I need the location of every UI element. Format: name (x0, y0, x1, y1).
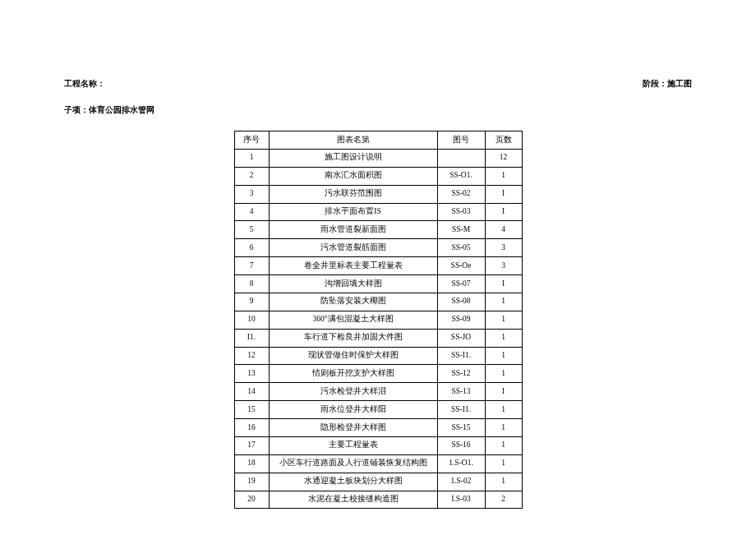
col-header-pages: 页数 (485, 131, 522, 150)
cell-name: 污水联芬范围图 (269, 185, 437, 203)
cell-seq: 8 (234, 275, 269, 293)
cell-seq: 20 (234, 491, 269, 509)
cell-name: 情则板开挖支护大样图 (269, 365, 437, 383)
table-row: 7卷全井里标表主要工程量表SS-Oe3 (234, 257, 522, 275)
table-row: 12现状管做住时保护大样图SS-I1.1 (234, 347, 522, 365)
cell-seq: 14 (234, 383, 269, 401)
table-row: 18小区车行道路面及人行道铺装恢复结构图1.S-O1.1 (234, 454, 522, 473)
cell-name: 雨水位登井大样阳 (269, 401, 437, 419)
cell-seq: 3 (234, 185, 269, 203)
cell-pages: 1 (485, 347, 522, 365)
project-label: 工程名称： (64, 78, 105, 90)
table-row: 17主要工程量表SS-161 (234, 436, 522, 454)
cell-seq: 10 (234, 311, 269, 329)
cell-pages: 1 (485, 311, 522, 329)
cell-seq: 4 (234, 203, 269, 221)
cell-pages: 1 (485, 365, 522, 383)
cell-pages: 1 (485, 419, 522, 437)
cell-pages: 3 (485, 257, 522, 275)
cell-seq: 5 (234, 221, 269, 239)
cell-pages: 12 (485, 149, 522, 167)
table-row: 13情则板开挖支护大样图SS-121 (234, 365, 522, 383)
cell-name: 车行道下检良井加固大件图 (269, 329, 437, 347)
table-row: 5雨水管道裂新面图SS-M4 (234, 221, 522, 239)
cell-name: 隐形检登井大样图 (269, 419, 437, 437)
cell-code: SS-07 (437, 275, 485, 293)
cell-name: 南水汇水面积图 (269, 167, 437, 185)
cell-name: 沟增回填大样图 (269, 275, 437, 293)
cell-seq: 7 (234, 257, 269, 275)
cell-name: 排水平面布置IS (269, 203, 437, 221)
col-header-code: 图号 (437, 131, 485, 150)
table-row: I1.车行道下检良井加固大件图SS-JO1 (234, 329, 522, 347)
cell-pages: I (485, 185, 522, 203)
cell-pages: 1 (485, 436, 522, 454)
cell-name: 360°满包混凝土大样图 (269, 311, 437, 329)
table-row: 19水通迎凝土板块划分大样图1.S-021 (234, 473, 522, 491)
subitem-label: 子项：体育公园排水管网 (0, 104, 756, 116)
drawing-list-table: 序号 图表名第 图号 页数 1施工图设计说明122南水汇水面积图SS-O1.13… (234, 131, 523, 509)
cell-seq: 1 (234, 149, 269, 167)
cell-code: SS-13 (437, 383, 485, 401)
cell-name: 施工图设计说明 (269, 149, 437, 167)
cell-pages: 3 (485, 239, 522, 257)
table-row: 10360°满包混凝土大样图SS-091 (234, 311, 522, 329)
table-row: 6污水管道裂筋面图SS-053 (234, 239, 522, 257)
cell-name: 防坠落安装大椰图 (269, 293, 437, 311)
cell-seq: 9 (234, 293, 269, 311)
table-row: 20水泥在凝土校接缝构造图I.S-032 (234, 491, 522, 509)
cell-pages: 1 (485, 329, 522, 347)
cell-code: SS-I1. (437, 401, 485, 419)
cell-code: SS-I1. (437, 347, 485, 365)
cell-code: SS-16 (437, 436, 485, 454)
table-row: 3污水联芬范围图SS-02I (234, 185, 522, 203)
table-row: 1施工图设计说明12 (234, 149, 522, 167)
cell-code (437, 149, 485, 167)
cell-name: 水通迎凝土板块划分大样图 (269, 473, 437, 491)
table-row: 9防坠落安装大椰图SS-081 (234, 293, 522, 311)
cell-seq: 17 (234, 436, 269, 454)
cell-seq: 15 (234, 401, 269, 419)
table-row: 14污水检登井大样泪SS-13I (234, 383, 522, 401)
cell-pages: I (485, 383, 522, 401)
cell-seq: 13 (234, 365, 269, 383)
cell-pages: I (485, 203, 522, 221)
cell-pages: 1 (485, 473, 522, 491)
table-header-row: 序号 图表名第 图号 页数 (234, 131, 522, 150)
cell-code: SS-12 (437, 365, 485, 383)
cell-name: 雨水管道裂新面图 (269, 221, 437, 239)
cell-name: 污水检登井大样泪 (269, 383, 437, 401)
cell-code: SS-M (437, 221, 485, 239)
cell-pages: 2 (485, 491, 522, 509)
table-row: 15雨水位登井大样阳SS-I1.1 (234, 401, 522, 419)
cell-pages: 1 (485, 167, 522, 185)
cell-name: 小区车行道路面及人行道铺装恢复结构图 (269, 454, 437, 473)
table-row: 2南水汇水面积图SS-O1.1 (234, 167, 522, 185)
cell-code: SS-02 (437, 185, 485, 203)
cell-name: 主要工程量表 (269, 436, 437, 454)
phase-label: 阶段：施工图 (643, 78, 692, 90)
cell-name: 污水管道裂筋面图 (269, 239, 437, 257)
cell-pages: 1 (485, 454, 522, 473)
cell-code: SS-O1. (437, 167, 485, 185)
table-row: 16隐形检登井大样图SS-151 (234, 419, 522, 437)
cell-code: 1.S-O1. (437, 454, 485, 473)
cell-code: SS-15 (437, 419, 485, 437)
col-header-name: 图表名第 (269, 131, 437, 150)
cell-code: SS-03 (437, 203, 485, 221)
table-row: 8沟增回填大样图SS-07I (234, 275, 522, 293)
table-row: 4排水平面布置ISSS-03I (234, 203, 522, 221)
cell-name: 卷全井里标表主要工程量表 (269, 257, 437, 275)
cell-seq: 16 (234, 419, 269, 437)
cell-name: 水泥在凝土校接缝构造图 (269, 491, 437, 509)
col-header-seq: 序号 (234, 131, 269, 150)
cell-code: SS-08 (437, 293, 485, 311)
cell-code: SS-JO (437, 329, 485, 347)
cell-seq: 6 (234, 239, 269, 257)
cell-seq: 19 (234, 473, 269, 491)
cell-pages: 1 (485, 293, 522, 311)
cell-code: I.S-03 (437, 491, 485, 509)
header-row: 工程名称： 阶段：施工图 (0, 78, 756, 90)
cell-seq: I1. (234, 329, 269, 347)
cell-code: SS-09 (437, 311, 485, 329)
